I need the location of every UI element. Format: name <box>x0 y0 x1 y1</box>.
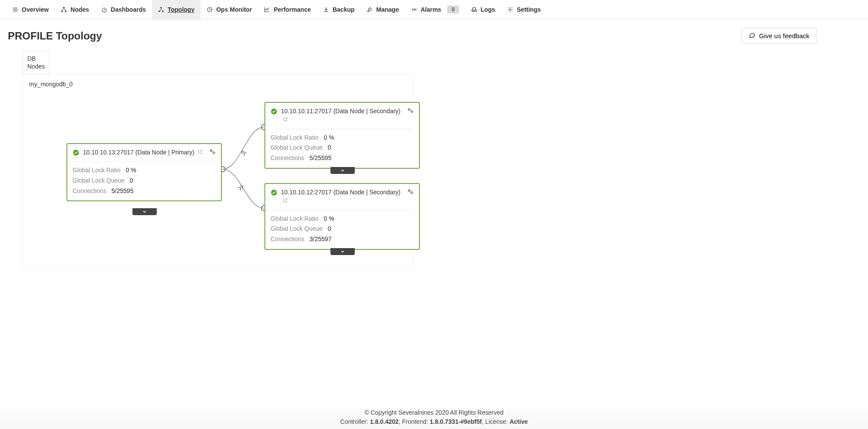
nav-manage[interactable]: Manage <box>361 0 405 20</box>
svg-rect-4 <box>61 10 63 12</box>
svg-point-7 <box>160 7 162 8</box>
topology-canvas: my_mongodb_0 10.10.10.13:27017 (Data Nod… <box>23 74 413 267</box>
feedback-button[interactable]: Give us feedback <box>741 28 817 44</box>
nav-label: Backup <box>333 6 355 13</box>
node-primary[interactable]: 10.10.10.13:27017 (Data Node | Primary) … <box>66 143 222 201</box>
nav-label: Topology <box>168 6 195 13</box>
nav-backup[interactable]: Backup <box>317 0 361 20</box>
node-secondary-2[interactable]: 10.10.10.12:27017 (Data Node | Secondary… <box>264 183 420 250</box>
metric-value: 0 % <box>324 133 334 143</box>
topology-icon <box>158 7 164 13</box>
nav-label: Performance <box>274 6 311 13</box>
cluster-name: my_mongodb_0 <box>29 81 407 88</box>
svg-point-24 <box>411 192 413 193</box>
sitemap-icon <box>61 7 67 13</box>
nav-label: Manage <box>376 6 399 13</box>
nav-ops-monitor[interactable]: Ops Monitor <box>201 0 258 20</box>
metric-value: 3/25597 <box>310 234 332 245</box>
svg-point-21 <box>411 111 413 112</box>
svg-rect-3 <box>63 7 65 8</box>
metric-label: Global Lock Ratio <box>271 133 319 143</box>
svg-rect-5 <box>65 10 67 12</box>
nav-overview[interactable]: Overview <box>6 0 55 20</box>
divider <box>73 161 216 162</box>
metric-label: Global Lock Queue <box>73 176 125 186</box>
chart-icon <box>264 7 270 13</box>
status-ok-icon <box>271 189 277 196</box>
node-actions-icon[interactable] <box>209 148 216 157</box>
expand-node-button[interactable] <box>330 167 355 174</box>
metric-value: 5/25595 <box>310 153 332 164</box>
node-actions-icon[interactable] <box>407 188 414 196</box>
node-title: 10.10.10.13:27017 (Data Node | Primary) <box>83 149 195 156</box>
download-icon <box>323 7 329 13</box>
expand-node-button[interactable] <box>132 208 157 215</box>
external-link-icon[interactable] <box>198 149 203 156</box>
metric-label: Global Lock Ratio <box>73 165 121 176</box>
node-title: 10.10.10.11:27017 (Data Node | Secondary… <box>281 108 400 115</box>
metric-label: Global Lock Queue <box>271 224 323 234</box>
dashboard-icon <box>101 7 107 13</box>
feedback-label: Give us feedback <box>759 32 809 39</box>
node-actions-icon[interactable] <box>407 107 414 115</box>
metric-value: 0 <box>328 224 331 234</box>
nav-label: Settings <box>517 6 541 13</box>
metric-label: Connections <box>271 234 304 245</box>
status-ok-icon <box>271 108 277 115</box>
divider <box>271 129 414 129</box>
expand-node-button[interactable] <box>330 248 355 255</box>
svg-point-11 <box>414 9 415 10</box>
svg-point-20 <box>408 109 410 111</box>
nav-dashboards[interactable]: Dashboards <box>95 0 152 20</box>
metric-value: 5/25595 <box>112 186 134 196</box>
nav-label: Dashboards <box>111 6 146 13</box>
metric-label: Global Lock Queue <box>271 143 323 153</box>
metric-value: 0 <box>328 143 331 153</box>
nav-performance[interactable]: Performance <box>258 0 317 20</box>
alarms-badge: 0 <box>447 6 459 13</box>
nav-label: Overview <box>22 6 49 13</box>
svg-point-17 <box>210 150 212 152</box>
nav-topology[interactable]: Topology <box>152 0 201 20</box>
tab-line2: Nodes <box>27 62 45 70</box>
nav-logs[interactable]: Logs <box>465 0 501 20</box>
nav-label: Ops Monitor <box>216 6 252 13</box>
wrench-icon <box>367 7 373 13</box>
svg-point-18 <box>213 152 215 154</box>
tab-db-nodes[interactable]: DB Nodes <box>23 51 50 74</box>
metric-label: Connections <box>73 186 106 196</box>
nav-alarms[interactable]: Alarms 0 <box>405 0 465 20</box>
inbox-icon <box>471 7 477 13</box>
metric-value: 0 % <box>126 165 136 176</box>
node-secondary-1[interactable]: 10.10.10.11:27017 (Data Node | Secondary… <box>264 102 420 169</box>
page-title: PROFILE Topology <box>8 30 102 42</box>
comment-icon <box>749 32 756 40</box>
nav-label: Logs <box>481 6 495 13</box>
menu-icon <box>12 7 18 13</box>
top-nav: Overview Nodes Dashboards Topology Ops M… <box>0 0 868 20</box>
svg-point-23 <box>408 190 410 192</box>
nav-label: Alarms <box>421 6 441 13</box>
external-link-icon[interactable] <box>283 197 288 204</box>
svg-point-12 <box>510 9 512 10</box>
status-ok-icon <box>73 149 79 156</box>
metric-label: Global Lock Ratio <box>271 214 319 224</box>
nav-settings[interactable]: Settings <box>501 0 547 20</box>
gear-icon <box>507 7 513 13</box>
node-title: 10.10.10.12:27017 (Data Node | Secondary… <box>281 189 400 196</box>
divider <box>271 210 414 210</box>
nav-label: Nodes <box>70 6 89 13</box>
metric-value: 0 <box>130 176 133 186</box>
nav-nodes[interactable]: Nodes <box>55 0 95 20</box>
metric-label: Connections <box>271 153 304 164</box>
metric-value: 0 % <box>324 214 334 224</box>
clock-icon <box>207 7 213 13</box>
tab-line1: DB <box>27 55 45 62</box>
broadcast-icon <box>411 7 417 13</box>
external-link-icon[interactable] <box>283 116 288 123</box>
